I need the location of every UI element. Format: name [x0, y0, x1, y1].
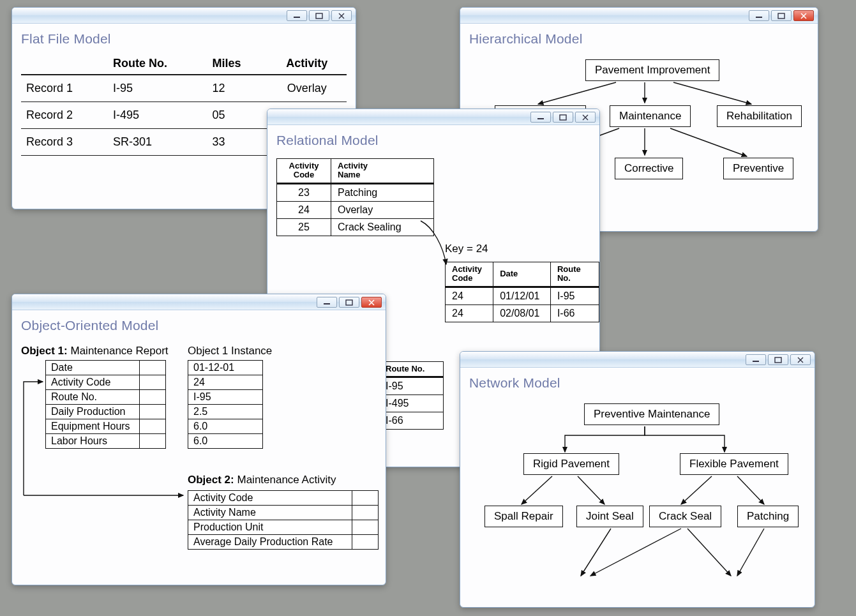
close-button[interactable]	[331, 10, 352, 21]
ff-head-miles: Miles	[207, 53, 267, 75]
ff-head-route: Route No.	[108, 53, 207, 75]
titlebar	[12, 294, 386, 310]
titlebar	[12, 8, 356, 24]
route-table: Route No. I-95 I-495 I-66	[379, 361, 444, 430]
col-activity-code: ActivityCode	[277, 159, 331, 184]
table-row: 24Overlay	[277, 201, 434, 218]
ff-head-blank	[21, 53, 108, 75]
key-label: Key = 24	[445, 243, 488, 255]
obj1-instance: 01-12-01 24 I-95 2.5 6.0 6.0	[188, 360, 263, 449]
svg-rect-9	[775, 357, 781, 363]
table-row: I-495	[379, 395, 444, 412]
svg-rect-8	[753, 361, 759, 362]
svg-rect-5	[560, 115, 566, 120]
minimize-button[interactable]	[530, 112, 551, 123]
col-activity-name: ActivityName	[331, 159, 434, 184]
svg-rect-4	[537, 118, 544, 119]
maximize-button[interactable]	[553, 112, 573, 123]
col-activity-code: ActivityCode	[446, 262, 493, 287]
ff-head-activity: Activity	[267, 53, 347, 75]
window-controls	[287, 10, 352, 21]
oo-title: Object-Oriented Model	[21, 318, 377, 333]
node-jointseal: Joint Seal	[576, 506, 643, 527]
table-row: Record 1I-9512Overlay	[21, 75, 347, 102]
relational-title: Relational Model	[276, 133, 590, 148]
close-button[interactable]	[793, 10, 814, 21]
object-oriented-window: Object-Oriented Model Object 1: Maintena…	[11, 294, 386, 585]
node-root: Pavement Improvement	[585, 59, 719, 81]
hierarchical-title: Hierarchical Model	[469, 31, 809, 47]
maximize-button[interactable]	[768, 354, 788, 365]
titlebar	[460, 8, 818, 24]
node-flexible: Flexible Pavement	[680, 453, 788, 475]
obj1-fields: Date Activity Code Route No. Daily Produ…	[45, 360, 166, 449]
obj2-fields: Activity Code Activity Name Production U…	[188, 490, 379, 550]
svg-rect-3	[778, 13, 785, 19]
node-corrective: Corrective	[615, 158, 683, 179]
maximize-button[interactable]	[309, 10, 329, 21]
table-row: 25Crack Sealing	[277, 218, 434, 236]
svg-rect-6	[324, 303, 330, 304]
svg-rect-1	[316, 13, 322, 19]
titlebar	[267, 109, 599, 125]
table-row: I-66	[379, 412, 444, 430]
svg-rect-2	[756, 17, 762, 18]
obj2-heading: Object 2: Maintenance Activity	[188, 474, 336, 486]
node-root: Preventive Maintenance	[584, 403, 719, 425]
network-title: Network Model	[469, 375, 806, 391]
node-rehabilitation: Rehabilitation	[717, 105, 802, 127]
minimize-button[interactable]	[317, 297, 337, 308]
svg-rect-7	[346, 300, 352, 305]
network-window: Network Model Preventive Maintenance	[460, 351, 815, 608]
col-route: Route No.	[550, 262, 599, 287]
close-button[interactable]	[361, 297, 382, 308]
flatfile-title: Flat File Model	[21, 31, 347, 47]
window-controls	[749, 10, 814, 21]
table-row: 23Patching	[277, 183, 434, 201]
maximize-button[interactable]	[771, 10, 792, 21]
col-route: Route No.	[379, 362, 444, 377]
table-row: I-95	[379, 377, 444, 395]
svg-rect-0	[294, 17, 300, 18]
node-maintenance: Maintenance	[610, 105, 691, 127]
col-date: Date	[493, 262, 551, 287]
window-controls	[317, 297, 382, 308]
minimize-button[interactable]	[749, 10, 769, 21]
table-row: 2401/12/01I-95	[446, 287, 599, 304]
minimize-button[interactable]	[287, 10, 307, 21]
close-button[interactable]	[575, 112, 596, 123]
node-rigid: Rigid Pavement	[523, 453, 619, 475]
minimize-button[interactable]	[746, 354, 766, 365]
node-crackseal: Crack Seal	[649, 506, 721, 527]
node-patching: Patching	[737, 506, 799, 527]
window-controls	[530, 112, 596, 123]
obj1-heading: Object 1: Maintenance Report	[21, 345, 169, 357]
event-table: ActivityCode Date Route No. 2401/12/01I-…	[445, 262, 599, 322]
node-preventive: Preventive	[723, 158, 793, 179]
node-spall: Spall Repair	[484, 506, 563, 527]
window-controls	[746, 354, 811, 365]
titlebar	[460, 352, 815, 368]
maximize-button[interactable]	[339, 297, 359, 308]
table-row: 2402/08/01I-66	[446, 304, 599, 322]
close-button[interactable]	[790, 354, 811, 365]
activity-table: ActivityCode ActivityName 23Patching 24O…	[276, 158, 434, 236]
instance-heading: Object 1 Instance	[188, 345, 272, 357]
